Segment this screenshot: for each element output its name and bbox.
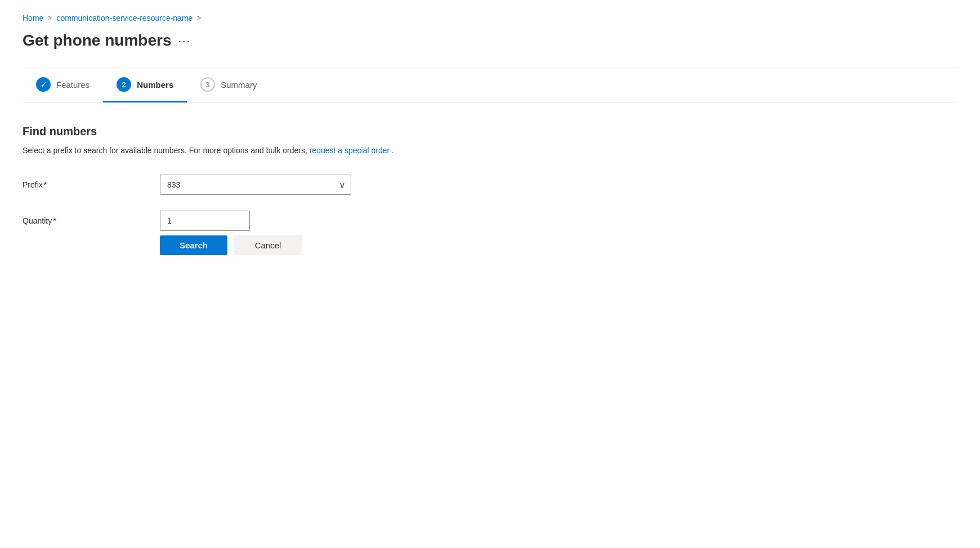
prefix-required: * — [44, 180, 47, 189]
breadcrumb-separator-2: > — [197, 14, 201, 22]
prefix-dropdown[interactable]: 800 833 844 855 866 877 888 — [160, 175, 351, 195]
tab-features-label: Features — [56, 80, 90, 90]
quantity-row: Quantity* — [23, 211, 529, 231]
find-numbers-title: Find numbers — [23, 125, 957, 138]
tab-features[interactable]: ✓ Features — [23, 68, 103, 103]
cancel-button[interactable]: Cancel — [234, 235, 302, 255]
breadcrumb-separator-1: > — [48, 14, 52, 22]
prefix-dropdown-wrapper: 800 833 844 855 866 877 888 ∨ — [160, 175, 351, 195]
checkmark-icon: ✓ — [41, 81, 47, 89]
find-numbers-form: Prefix* 800 833 844 855 866 877 888 ∨ — [23, 175, 529, 231]
tab-summary-label: Summary — [221, 80, 257, 90]
content-area: Find numbers Select a prefix to search f… — [23, 125, 957, 278]
buttons-row: Search Cancel — [23, 235, 957, 255]
page-title-row: Get phone numbers ··· — [23, 32, 957, 50]
tab-numbers-label: Numbers — [137, 80, 173, 90]
prefix-row: Prefix* 800 833 844 855 866 877 888 ∨ — [23, 175, 529, 195]
breadcrumb: Home > communication-service-resource-na… — [23, 14, 957, 23]
tab-summary[interactable]: 3 Summary — [187, 68, 270, 103]
quantity-required: * — [53, 216, 56, 225]
breadcrumb-home[interactable]: Home — [23, 14, 43, 23]
description-text-end: . — [392, 146, 394, 155]
breadcrumb-resource[interactable]: communication-service-resource-name — [56, 14, 193, 23]
quantity-input[interactable] — [160, 211, 250, 231]
step-circle-numbers: 2 — [117, 77, 131, 92]
page-title: Get phone numbers — [23, 32, 171, 50]
page-menu-dots[interactable]: ··· — [178, 34, 191, 47]
step-circle-summary: 3 — [200, 77, 215, 92]
quantity-label: Quantity* — [23, 216, 146, 225]
step-number-numbers: 2 — [122, 81, 126, 89]
find-numbers-description: Select a prefix to search for available … — [23, 145, 957, 157]
search-button[interactable]: Search — [160, 235, 227, 255]
step-circle-features: ✓ — [36, 77, 51, 92]
description-text-part1: Select a prefix to search for available … — [23, 146, 307, 155]
prefix-label: Prefix* — [23, 180, 146, 189]
steps-container: ✓ Features 2 Numbers 3 Summary — [23, 68, 957, 103]
tab-numbers[interactable]: 2 Numbers — [103, 68, 187, 103]
special-order-link[interactable]: request a special order — [310, 146, 390, 155]
step-number-summary: 3 — [206, 81, 210, 89]
